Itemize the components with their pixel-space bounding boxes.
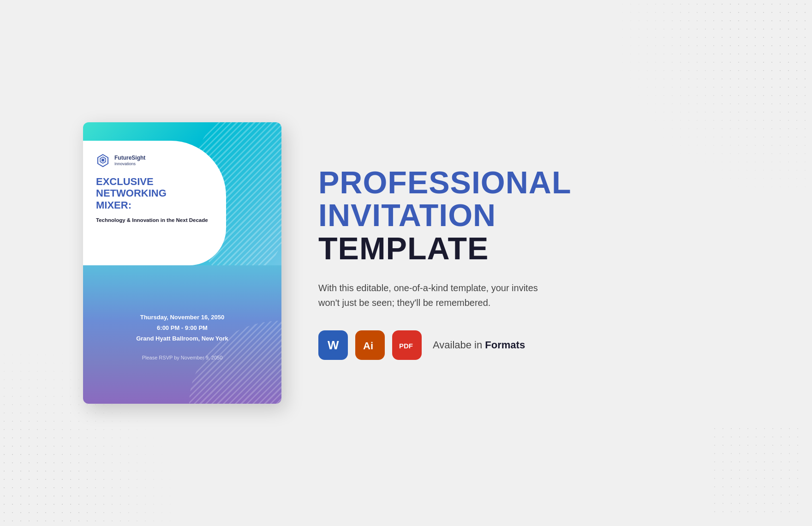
card-bottom: Thursday, November 16, 2050 6:00 PM - 9:…	[83, 265, 281, 404]
logo-subtitle: Innovations	[114, 161, 145, 167]
description-text: With this editable, one-of-a-kind templa…	[318, 281, 558, 310]
event-subtitle: Technology & Innovation in the Next Deca…	[96, 216, 212, 224]
event-time: 6:00 PM - 9:00 PM	[157, 324, 208, 331]
formats-label: Availabe in Formats	[433, 339, 525, 351]
card-top: FutureSight Innovations EXCLUSIVENETWORK…	[83, 122, 281, 265]
main-title: PROFESSIONAL INVITATION TEMPLATE	[318, 166, 729, 265]
card-white-content: FutureSight Innovations EXCLUSIVENETWORK…	[83, 141, 226, 265]
title-line-professional: PROFESSIONAL	[318, 166, 729, 199]
pdf-format-icon: PDF	[392, 330, 422, 360]
formats-label-bold: Formats	[485, 339, 525, 351]
svg-point-0	[102, 159, 104, 161]
logo-area: FutureSight Innovations	[96, 154, 212, 167]
event-venue: Grand Hyatt Ballroom, New York	[136, 335, 228, 342]
svg-text:PDF: PDF	[399, 342, 413, 350]
event-title: EXCLUSIVENETWORKINGMIXER:	[96, 176, 212, 211]
ai-format-icon: Ai	[355, 330, 385, 360]
formats-row: W Ai PDF Availabe in Formats	[318, 330, 729, 360]
invitation-card: FutureSight Innovations EXCLUSIVENETWORK…	[83, 122, 281, 404]
main-container: FutureSight Innovations EXCLUSIVENETWORK…	[83, 122, 729, 404]
logo-name: FutureSight	[114, 155, 145, 161]
formats-label-plain: Availabe in	[433, 339, 485, 351]
svg-text:Ai: Ai	[363, 340, 373, 352]
word-format-icon: W	[318, 330, 348, 360]
title-line-invitation: INVITATION	[318, 199, 729, 232]
dot-pattern-bottom-right	[710, 424, 803, 517]
logo-hex-icon	[96, 154, 110, 167]
svg-text:W: W	[328, 338, 339, 352]
logo-text-block: FutureSight Innovations	[114, 155, 145, 166]
right-content: PROFESSIONAL INVITATION TEMPLATE With th…	[318, 166, 729, 360]
title-line-template: TEMPLATE	[318, 232, 729, 265]
card-bottom-decorative-lines	[189, 321, 281, 404]
event-date: Thursday, November 16, 2050	[140, 314, 225, 321]
